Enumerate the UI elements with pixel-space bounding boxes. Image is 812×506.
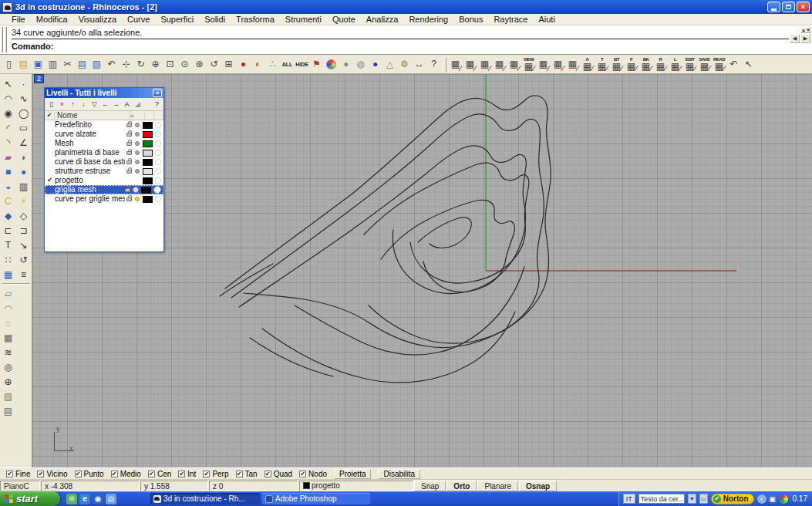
layer-row[interactable]: Predefinito <box>45 120 163 130</box>
toolbar-export[interactable]: ▥ <box>45 57 60 73</box>
osnap-button-proietta[interactable]: Proietta <box>334 469 371 479</box>
viewport[interactable]: 2 y x Livelli - Tutti i livelli × ▯×↑↓▽←… <box>32 74 812 467</box>
tool-single-point[interactable]: ∙ <box>16 76 31 91</box>
media-player-icon[interactable]: ◉ <box>93 494 103 504</box>
layer-row[interactable]: griglia mesh <box>45 185 163 194</box>
lock-icon[interactable] <box>126 160 132 164</box>
tool-split[interactable]: ⊐ <box>16 223 31 238</box>
tool-pipe[interactable]: ◠ <box>1 301 15 315</box>
bulb-icon[interactable] <box>135 160 140 164</box>
toolbar-hide-objects[interactable]: HIDE <box>295 57 309 73</box>
layer-color-swatch[interactable] <box>141 187 151 194</box>
toolbar-color-wheel[interactable] <box>324 57 339 73</box>
toolbar-vp-1[interactable]: ▦∕ <box>448 57 463 73</box>
tool-lasso[interactable]: ◌ <box>1 315 15 330</box>
tool-flash-select[interactable]: ⚡ <box>16 194 31 208</box>
toolbar-cone[interactable]: △ <box>382 57 397 73</box>
checkbox-icon[interactable]: ✔ <box>111 471 118 477</box>
layer-color-swatch[interactable] <box>143 140 153 147</box>
tool-block[interactable]: ▥ <box>16 179 31 194</box>
toolbar-new-file[interactable]: ▯ <box>2 57 16 73</box>
toolbar-vp-back[interactable]: BK▦∕ <box>638 57 653 73</box>
layers-header[interactable]: ✔ Nome <box>45 111 163 120</box>
internet-explorer-icon[interactable]: e <box>79 494 90 504</box>
toolbar-zoom-window[interactable]: ⊡ <box>163 57 177 73</box>
menu-aiuti[interactable]: Aiuti <box>533 15 560 24</box>
layers-panel-close-icon[interactable]: × <box>153 89 162 97</box>
status-toggle-snap[interactable]: Snap <box>414 481 446 491</box>
tool-circle[interactable]: ◉ <box>1 106 15 120</box>
toolbar-vp-view[interactable]: VIEW▦∕ <box>521 57 536 73</box>
tray-search-dropdown-icon[interactable]: ▼ <box>688 494 696 504</box>
toolbar-vp-right[interactable]: R▦∕ <box>653 57 668 73</box>
toolbar-vp-read[interactable]: READ▦∕ <box>712 57 726 73</box>
toolbar-paste[interactable]: ▧ <box>89 57 104 73</box>
osnap-tan[interactable]: ✔Tan <box>236 470 258 478</box>
layers-header-name[interactable]: Nome <box>55 111 130 120</box>
tool-distribute[interactable]: ≡ <box>16 267 31 282</box>
bulb-icon[interactable] <box>135 123 140 127</box>
layers-new-layer[interactable]: ▯ <box>46 100 56 110</box>
layers-panel-help[interactable]: ? <box>152 100 162 110</box>
toolbar-zoom-selected[interactable]: ⊙ <box>177 57 192 73</box>
tool-select[interactable]: ↖ <box>1 76 15 91</box>
layer-row[interactable]: Mesh <box>45 139 163 148</box>
toolbar-undo-view[interactable]: ↺ <box>207 57 221 73</box>
tray-back-icon[interactable]: ‹ <box>757 494 767 504</box>
layer-select-circle[interactable] <box>155 150 161 156</box>
menu-rendering[interactable]: Rendering <box>403 15 453 24</box>
command-prompt[interactable]: Comando: <box>12 39 789 53</box>
tool-cylinder[interactable]: ◒ <box>1 179 15 194</box>
osnap-punto[interactable]: ✔Punto <box>75 470 104 478</box>
menu-trasforma[interactable]: Trasforma <box>231 15 280 24</box>
layer-row[interactable]: strutture estruse <box>45 167 163 176</box>
osnap-perp[interactable]: ✔Perp <box>203 470 228 478</box>
tool-rectangle[interactable]: ▭ <box>16 120 31 135</box>
status-coord-x[interactable]: x -4.308 <box>41 481 140 491</box>
osnap-nodo[interactable]: ✔Nodo <box>299 470 327 478</box>
tool-curve-interpolate[interactable]: ∿ <box>16 91 31 106</box>
checkbox-icon[interactable]: ✔ <box>148 471 155 477</box>
layer-row[interactable]: curve alzate <box>45 130 163 139</box>
layer-color-swatch[interactable] <box>143 196 153 203</box>
tool-arc[interactable]: ◜ <box>1 120 15 135</box>
tool-explode[interactable]: ◇ <box>16 208 31 223</box>
menu-file[interactable]: File <box>6 15 31 24</box>
layers-move-down[interactable]: ↓ <box>79 100 89 110</box>
bulb-icon[interactable] <box>135 132 140 137</box>
bulb-icon[interactable] <box>135 141 140 146</box>
layers-collapse-left[interactable]: ← <box>100 100 110 110</box>
tool-project[interactable]: ◎ <box>1 359 15 374</box>
viewport-tab[interactable]: 2 <box>34 74 44 83</box>
tool-contour[interactable]: ≋ <box>1 345 15 359</box>
task-photoshop[interactable]: Adobe Photoshop <box>262 493 370 504</box>
tool-surface[interactable]: ◗ <box>16 150 31 164</box>
menu-visualizza[interactable]: Visualizza <box>73 15 122 24</box>
menu-curve[interactable]: Curve <box>122 15 155 24</box>
toolbar-vp-left[interactable]: L▦∕ <box>668 57 682 73</box>
toolbar-vp-3[interactable]: ▦∕ <box>477 57 492 73</box>
tool-text[interactable]: T <box>1 238 15 252</box>
status-layer-pane[interactable]: progetto <box>299 481 413 491</box>
tool-cplane[interactable]: C <box>1 194 15 208</box>
tool-join[interactable]: ◆ <box>1 208 15 223</box>
menu-bonus[interactable]: Bonus <box>453 15 488 24</box>
command-scroll-up-icon[interactable]: ▲▼ <box>800 27 810 33</box>
toolbar-ghosted-viewport[interactable]: ◍ <box>353 57 368 73</box>
contour-curve-5[interactable] <box>381 200 514 292</box>
tool-box[interactable]: ■ <box>1 164 15 179</box>
messenger-icon[interactable]: ❊ <box>66 494 77 504</box>
toolbar-vp-front[interactable]: F▦∕ <box>624 57 638 73</box>
layer-row[interactable]: curve di base da estru... <box>45 157 163 167</box>
search-icon[interactable]: ◎ <box>106 494 116 504</box>
toolbar-zoom-extents[interactable]: ⊛ <box>192 57 207 73</box>
start-button[interactable]: start <box>0 491 60 506</box>
toolbar-vp-axon[interactable]: A▦∕ <box>580 57 595 73</box>
status-toggle-osnap[interactable]: Osnap <box>519 481 557 491</box>
toolbar-vp-save[interactable]: SAVE▦∕ <box>697 57 712 73</box>
lock-icon[interactable] <box>126 123 132 127</box>
tool-trim[interactable]: ⊏ <box>1 223 15 238</box>
tool-ellipse[interactable]: ◯ <box>16 106 31 120</box>
toolbar-vp-rotate[interactable]: ▦∕ <box>507 57 521 73</box>
tool-notes[interactable]: ▤ <box>1 403 15 418</box>
